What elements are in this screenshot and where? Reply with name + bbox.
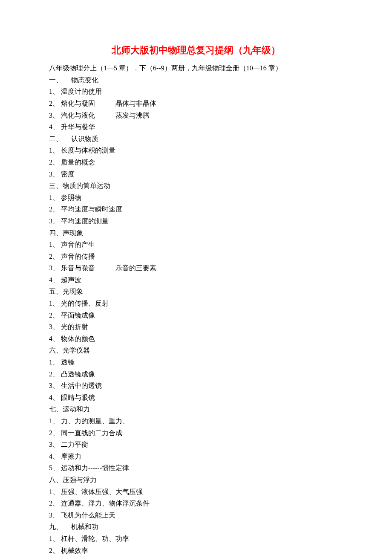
section-header: 七、运动和力 — [49, 404, 343, 415]
outline-item: 3、 汽化与液化蒸发与沸腾 — [49, 110, 343, 121]
outline-item: 1、 声音的产生 — [49, 239, 343, 250]
section-header: 四、声现象 — [49, 228, 343, 239]
item-text: 1、 透镜 — [49, 358, 75, 366]
item-text: 2、 平面镜成像 — [49, 312, 95, 319]
section-header: 五、光现象 — [49, 286, 343, 297]
item-text: 2、 连通器、浮力、物体浮沉条件 — [49, 500, 150, 507]
outline-item: 2、 熔化与凝固晶体与非晶体 — [49, 98, 343, 109]
item-text-secondary: 乐音的三要素 — [115, 264, 156, 272]
item-text: 1、 参照物 — [49, 194, 81, 201]
outline-item: 1、 透镜 — [49, 357, 343, 368]
item-text: 5、 运动和力------惯性定律 — [49, 464, 129, 471]
outline-item: 2、 平均速度与瞬时速度 — [49, 204, 343, 215]
outline-item: 1、 杠杆、滑轮、功、功率 — [49, 533, 343, 544]
item-text: 2、 机械效率 — [49, 547, 88, 554]
outline-item: 2、 声音的传播 — [49, 251, 343, 262]
item-text: 3、 光的折射 — [49, 323, 88, 330]
document-subtitle: 八年级物理分上（1—5 章）．下（6--9）两册，九年级物理全册（10—16 章… — [49, 63, 343, 74]
item-text: 3、 乐音与噪音 — [49, 264, 95, 272]
outline-item: 1、 光的传播、反射 — [49, 298, 343, 309]
item-text: 3、 二力平衡 — [49, 441, 88, 448]
outline-item: 3、 光的折射 — [49, 321, 343, 332]
item-text: 2、 声音的传播 — [49, 253, 95, 260]
item-text: 4、 超声波 — [49, 276, 81, 283]
outline-item: 2、 平面镜成像 — [49, 310, 343, 321]
outline-item: 5、 运动和力------惯性定律 — [49, 462, 343, 474]
item-text: 1、 声音的产生 — [49, 241, 95, 248]
outline-item: 4、 眼睛与眼镜 — [49, 392, 343, 403]
outline-item: 1、 温度计的使用 — [49, 86, 343, 97]
outline-item: 3、 飞机为什么能上天 — [49, 510, 343, 521]
outline-item: 3、 乐音与噪音乐音的三要素 — [49, 263, 343, 274]
item-text: 4、 摩擦力 — [49, 453, 81, 460]
outline-item: 1、 力、力的测量、重力、 — [49, 416, 343, 427]
item-text: 3、 平均速度的测量 — [49, 217, 109, 225]
outline-item: 3、 密度 — [49, 169, 343, 180]
item-text: 1、 光的传播、反射 — [49, 300, 109, 307]
item-text: 4、 物体的颜色 — [49, 335, 95, 342]
outline-item: 1、 长度与体积的测量 — [49, 145, 343, 156]
item-text: 1、 温度计的使用 — [49, 88, 102, 95]
outline-item: 2、 质量的概念 — [49, 157, 343, 168]
item-text: 2、 平均速度与瞬时速度 — [49, 205, 122, 213]
outline-content: 一、 物态变化1、 温度计的使用2、 熔化与凝固晶体与非晶体3、 汽化与液化蒸发… — [49, 75, 343, 555]
item-text: 1、 杠杆、滑轮、功、功率 — [49, 535, 129, 542]
outline-item: 3、 二力平衡 — [49, 439, 343, 450]
item-text: 2、 质量的概念 — [49, 159, 95, 166]
outline-item: 3、 平均速度的测量 — [49, 216, 343, 227]
section-header: 九、 机械和功 — [49, 521, 343, 532]
outline-item: 4、 升华与凝华 — [49, 121, 343, 133]
item-text: 1、 力、力的测量、重力、 — [49, 417, 129, 425]
document-title: 北师大版初中物理总复习提纲（九年级） — [49, 43, 343, 58]
outline-item: 4、 摩擦力 — [49, 451, 343, 462]
item-text: 4、 眼睛与眼镜 — [49, 394, 95, 401]
item-text: 1、 压强、液体压强、大气压强 — [49, 488, 143, 495]
item-text-secondary: 晶体与非晶体 — [115, 100, 156, 107]
section-header: 二、 认识物质 — [49, 133, 343, 145]
outline-item: 1、 压强、液体压强、大气压强 — [49, 486, 343, 497]
outline-item: 4、 物体的颜色 — [49, 333, 343, 344]
item-text: 2、 同一直线的二力合成 — [49, 429, 122, 436]
section-header: 八、压强与浮力 — [49, 474, 343, 486]
outline-item: 2、 同一直线的二力合成 — [49, 428, 343, 439]
outline-item: 1、 参照物 — [49, 192, 343, 203]
outline-item: 2、 机械效率 — [49, 545, 343, 555]
outline-item: 4、 超声波 — [49, 275, 343, 286]
outline-item: 2、 连通器、浮力、物体浮沉条件 — [49, 498, 343, 509]
item-text-secondary: 蒸发与沸腾 — [115, 112, 150, 119]
item-text: 3、 汽化与液化 — [49, 112, 95, 119]
item-text: 3、 飞机为什么能上天 — [49, 512, 115, 519]
outline-item: 3、 生活中的透镜 — [49, 380, 343, 391]
item-text: 2、 凸透镜成像 — [49, 370, 95, 378]
item-text: 1、 长度与体积的测量 — [49, 147, 115, 154]
item-text: 3、 密度 — [49, 171, 75, 178]
outline-item: 2、 凸透镜成像 — [49, 369, 343, 380]
section-header: 一、 物态变化 — [49, 75, 343, 86]
item-text: 3、 生活中的透镜 — [49, 382, 102, 389]
item-text: 2、 熔化与凝固 — [49, 100, 95, 107]
section-header: 六、光学仪器 — [49, 345, 343, 356]
section-header: 三、物质的简单运动 — [49, 180, 343, 191]
item-text: 4、 升华与凝华 — [49, 123, 95, 130]
